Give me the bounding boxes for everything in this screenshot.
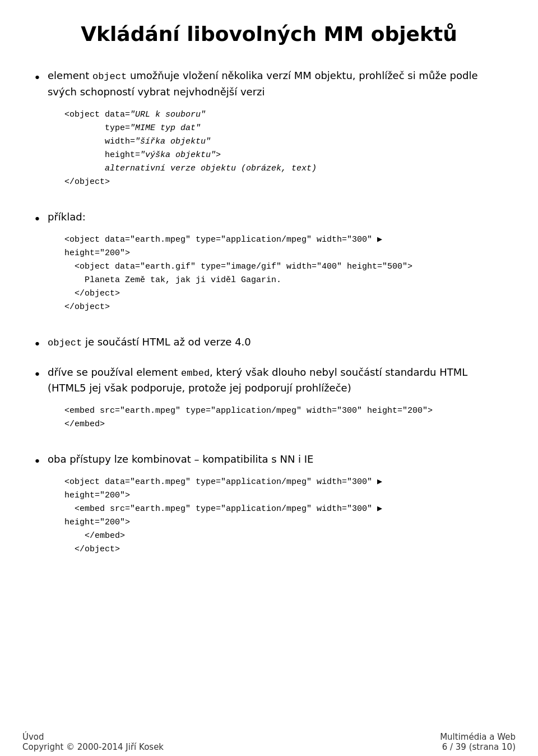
bullet-1-code: object [92,71,127,82]
bullet-2-label: příklad: [48,211,86,223]
footer-left: Úvod Copyright © 2000-2014 Jiří Kosek [22,732,164,752]
bullet-4-code: embed [181,368,210,379]
code-block-4: <object data="earth.mpeg" type="applicat… [64,476,504,556]
footer-copyright: Copyright © 2000-2014 Jiří Kosek [22,742,164,752]
bullet-5-label: oba přístupy lze kombinovat – kompatibil… [48,453,314,465]
bullet-list: element object umožňuje vložení několika… [34,68,504,565]
list-item-2: příklad: <object data="earth.mpeg" type=… [34,209,504,323]
footer-page: 6 / 39 (strana 10) [442,742,516,752]
bullet-3-code: object [48,338,82,348]
page-title: Vkládání libovolných MM objektů [34,22,504,45]
list-item-4: dříve se používal element embed, který v… [34,365,504,441]
main-content: element object umožňuje vložení několika… [34,68,504,565]
code-block-1: <object data="URL k souboru" type="MIME … [64,108,504,189]
footer: Úvod Copyright © 2000-2014 Jiří Kosek Mu… [0,728,538,756]
bullet-1-text-before: element [48,70,92,81]
footer-right: Multimédia a Web 6 / 39 (strana 10) [440,732,516,752]
footer-section: Úvod [22,732,164,742]
bullet-3-text: object je součástí HTML až od verze 4.0 [48,334,504,351]
list-item-5: oba přístupy lze kombinovat – kompatibil… [34,451,504,565]
bullet-4-text: dříve se používal element embed, který v… [48,365,504,441]
bullet-3-text-after: je součástí HTML až od verze 4.0 [82,336,251,348]
code-block-2: <object data="earth.mpeg" type="applicat… [64,233,504,314]
code-block-3: <embed src="earth.mpeg" type="applicatio… [64,404,504,431]
bullet-5-text: oba přístupy lze kombinovat – kompatibil… [48,451,504,565]
footer-course: Multimédia a Web [440,732,516,742]
list-item-1: element object umožňuje vložení několika… [34,68,504,198]
list-item-3: object je součástí HTML až od verze 4.0 [34,334,504,353]
bullet-2-text: příklad: <object data="earth.mpeg" type=… [48,209,504,323]
bullet-1-text: element object umožňuje vložení několika… [48,68,504,198]
bullet-4-text-before: dříve se používal element [48,366,181,378]
